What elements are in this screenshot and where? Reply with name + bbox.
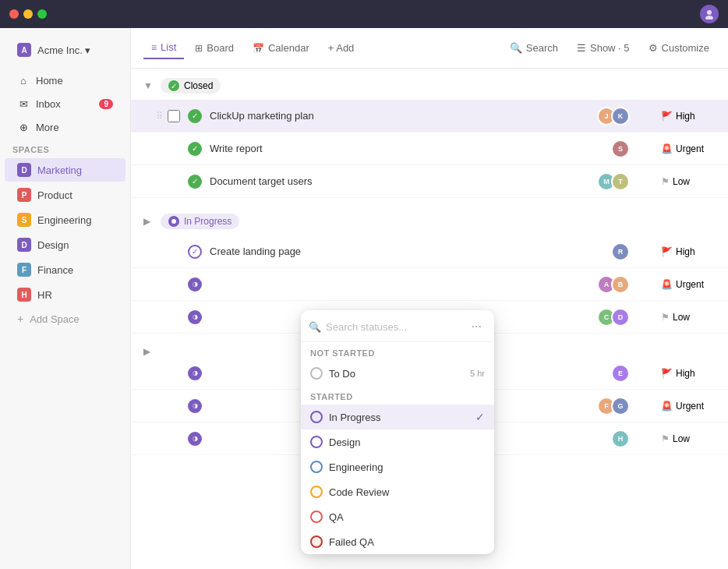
todo-time: 5 hr: [470, 369, 485, 378]
table-row: ⠿ ✓ ClickUp marketing plan J K 🚩 High: [131, 100, 728, 133]
design-label: Design: [329, 436, 360, 448]
dropdown-more-button[interactable]: ···: [467, 318, 486, 335]
sidebar-item-more[interactable]: ⊕ More: [5, 116, 125, 138]
avatar: B: [611, 275, 630, 294]
check-icon: ✓: [475, 411, 485, 423]
task-status-icon[interactable]: ◑: [188, 310, 202, 324]
product-icon: P: [17, 188, 31, 202]
task-status-icon[interactable]: ◑: [188, 432, 202, 446]
task-status-icon[interactable]: ✓: [188, 109, 202, 123]
close-button[interactable]: [9, 9, 19, 19]
started-label: STARTED: [301, 386, 494, 405]
closed-section-header[interactable]: ▼ ✓ Closed: [131, 69, 728, 100]
sidebar-hr-label: HR: [37, 289, 52, 301]
add-space-label: Add Space: [30, 313, 80, 325]
engineering-status-icon: [310, 461, 323, 473]
priority-badge: ⚑ Low: [661, 176, 716, 187]
sidebar-item-marketing[interactable]: D Marketing: [5, 158, 125, 182]
sidebar: A Acme Inc. ▾ ⌂ Home ✉ Inbox 9 ⊕ More Sp…: [0, 28, 131, 569]
status-dropdown: 🔍 ··· NOT STARTED To Do 5 hr STARTED In …: [301, 310, 494, 554]
search-magnifier-icon: 🔍: [309, 321, 321, 333]
sidebar-engineering-label: Engineering: [37, 214, 91, 226]
avatar: K: [611, 107, 630, 125]
task-avatars: S: [611, 140, 630, 158]
priority-label: High: [676, 246, 695, 257]
sidebar-item-product[interactable]: P Product: [5, 183, 125, 207]
in-progress-status-badge: In Progress: [161, 214, 239, 229]
in-progress-label: In Progress: [184, 216, 231, 227]
search-button[interactable]: 🔍 Search: [504, 38, 564, 58]
inbox-badge: 9: [99, 99, 113, 109]
priority-badge: 🚨 Urgent: [661, 279, 716, 290]
task-checkbox[interactable]: [168, 110, 180, 122]
priority-flag-icon: 🚨: [661, 143, 673, 154]
dropdown-item-codereview[interactable]: Code Review: [301, 479, 494, 504]
avatar: E: [611, 364, 630, 383]
priority-label: Low: [673, 312, 690, 323]
task-avatars: H: [611, 429, 630, 448]
priority-badge: ⚑ Low: [661, 433, 716, 444]
todo-status-icon: [310, 367, 323, 380]
add-space-button[interactable]: + Add Space: [5, 308, 125, 330]
minimize-button[interactable]: [23, 9, 33, 19]
sidebar-marketing-label: Marketing: [37, 164, 82, 176]
priority-badge: 🚩 High: [661, 368, 716, 379]
show-label: Show · 5: [590, 42, 630, 54]
sidebar-item-design[interactable]: D Design: [5, 233, 125, 256]
priority-label: Low: [673, 176, 690, 187]
sidebar-item-inbox[interactable]: ✉ Inbox 9: [5, 93, 125, 115]
task-avatars: A B: [597, 275, 630, 294]
dropdown-item-todo[interactable]: To Do 5 hr: [301, 361, 494, 386]
toolbar-right: 🔍 Search ☰ Show · 5 ⚙ Customize: [504, 38, 716, 58]
section3-chevron-icon: ▶: [143, 346, 150, 357]
task-status-icon[interactable]: ✓: [188, 175, 202, 189]
dropdown-search-field[interactable]: [326, 321, 467, 333]
sidebar-item-home[interactable]: ⌂ Home: [5, 69, 125, 91]
tab-board-label: Board: [207, 42, 234, 54]
task-status-icon[interactable]: ✓: [188, 142, 202, 156]
closed-status-badge: ✓ Closed: [161, 78, 221, 94]
qa-label: QA: [329, 511, 344, 523]
maximize-button[interactable]: [37, 9, 47, 19]
main-content: ≡ List ⊞ Board 📅 Calendar + Add 🔍 Search: [131, 28, 728, 569]
not-started-label: NOT STARTED: [301, 342, 494, 361]
in-progress-status-icon: [168, 216, 179, 227]
dropdown-item-inprogress[interactable]: In Progress ✓: [301, 405, 494, 429]
dropdown-item-design[interactable]: Design: [301, 429, 494, 454]
sidebar-item-hr[interactable]: H HR: [5, 283, 125, 306]
tab-list[interactable]: ≡ List: [143, 37, 184, 59]
sidebar-item-finance[interactable]: F Finance: [5, 258, 125, 281]
table-row: ⠿ ◑ A B 🚨 Urgent: [131, 268, 728, 301]
task-status-icon[interactable]: ◑: [188, 366, 202, 380]
inbox-icon: ✉: [17, 97, 30, 110]
dropdown-item-failedqa[interactable]: Failed QA: [301, 529, 494, 554]
avatar[interactable]: [700, 5, 719, 23]
task-status-icon[interactable]: ✓: [188, 245, 202, 259]
customize-button[interactable]: ⚙ Customize: [642, 38, 716, 58]
workspace-name: Acme Inc. ▾: [37, 44, 90, 56]
avatar: S: [611, 140, 630, 158]
add-view-button[interactable]: + Add: [320, 37, 362, 58]
workspace-selector[interactable]: A Acme Inc. ▾: [5, 38, 125, 62]
svg-point-0: [707, 10, 712, 15]
task-status-icon[interactable]: ◑: [188, 399, 202, 413]
design-status-icon: [310, 436, 323, 448]
avatar: H: [611, 429, 630, 448]
tab-calendar[interactable]: 📅 Calendar: [245, 37, 317, 58]
toolbar: ≡ List ⊞ Board 📅 Calendar + Add 🔍 Search: [131, 28, 728, 69]
show-button[interactable]: ☰ Show · 5: [571, 38, 636, 58]
in-progress-section-header[interactable]: ▶ In Progress: [131, 204, 728, 235]
tab-calendar-label: Calendar: [268, 42, 309, 54]
tab-board[interactable]: ⊞ Board: [187, 37, 242, 58]
board-icon: ⊞: [195, 43, 203, 54]
sidebar-item-engineering[interactable]: S Engineering: [5, 208, 125, 231]
drag-handle-icon[interactable]: ⠿: [156, 111, 163, 122]
avatar: D: [611, 308, 630, 327]
dropdown-item-qa[interactable]: QA: [301, 504, 494, 529]
inprogress-label: In Progress: [329, 412, 380, 423]
task-area: ▼ ✓ Closed ⠿ ✓ ClickUp marketing plan J …: [131, 69, 728, 569]
failedqa-label: Failed QA: [329, 536, 374, 548]
inprogress-status-icon: [310, 411, 323, 423]
task-status-icon[interactable]: ◑: [188, 277, 202, 292]
dropdown-item-engineering[interactable]: Engineering: [301, 454, 494, 479]
